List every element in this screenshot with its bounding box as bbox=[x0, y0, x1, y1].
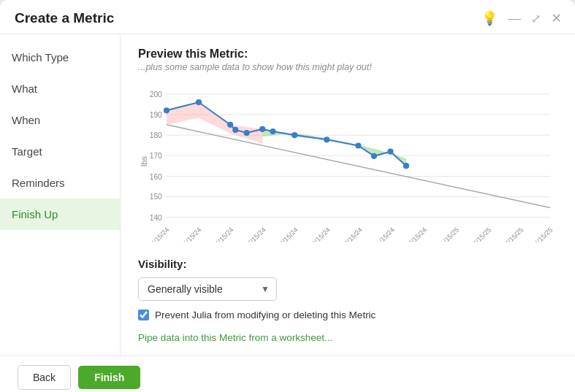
svg-text:170: 170 bbox=[150, 152, 162, 160]
x-label: 12/15/24 bbox=[405, 226, 428, 242]
sidebar: Which Type What When Target Reminders Fi… bbox=[0, 34, 121, 356]
main-content: Preview this Metric: ...plus some sample… bbox=[121, 34, 575, 356]
dialog-body: Which Type What When Target Reminders Fi… bbox=[0, 34, 575, 356]
x-label: 8/15/24 bbox=[278, 226, 300, 242]
sidebar-item-reminders[interactable]: Reminders bbox=[0, 167, 120, 199]
svg-text:190: 190 bbox=[150, 111, 162, 119]
sidebar-item-target[interactable]: Target bbox=[0, 136, 120, 167]
x-label: 4/15/24 bbox=[150, 226, 171, 242]
data-dot bbox=[164, 107, 170, 113]
visibility-select[interactable]: Generally visible Private Public bbox=[138, 277, 277, 301]
close-icon[interactable]: ✕ bbox=[551, 10, 562, 26]
x-label: 7/15/24 bbox=[246, 226, 267, 242]
data-dot bbox=[403, 163, 409, 169]
sidebar-item-which-type[interactable]: Which Type bbox=[0, 42, 120, 73]
svg-text:lbs: lbs bbox=[140, 155, 148, 166]
x-label: 9/15/24 bbox=[311, 226, 332, 242]
prevent-modify-checkbox[interactable] bbox=[138, 310, 149, 320]
x-label: 3/15/25 bbox=[503, 226, 525, 242]
prevent-modify-row: Prevent Julia from modifying or deleting… bbox=[138, 310, 557, 320]
sidebar-item-finish-up[interactable]: Finish Up bbox=[0, 199, 120, 230]
finish-button[interactable]: Finish bbox=[78, 366, 140, 389]
minimize-icon[interactable]: — bbox=[508, 11, 521, 26]
svg-text:180: 180 bbox=[150, 131, 162, 139]
data-dot bbox=[355, 142, 361, 148]
x-label: 4/15/25 bbox=[533, 226, 554, 242]
green-area bbox=[262, 129, 406, 166]
preview-subtitle: ...plus some sample data to show how thi… bbox=[138, 62, 557, 72]
svg-line-15 bbox=[167, 125, 550, 208]
restore-icon[interactable]: ⤢ bbox=[531, 12, 541, 26]
data-dot bbox=[387, 149, 393, 155]
pink-area bbox=[167, 102, 262, 143]
create-metric-dialog: Create a Metric 💡 — ⤢ ✕ Which Type What … bbox=[0, 0, 575, 392]
data-dot bbox=[270, 128, 275, 134]
metric-chart: lbs 200 190 180 170 160 150 bbox=[138, 81, 557, 242]
back-button[interactable]: Back bbox=[18, 365, 71, 390]
data-dot bbox=[227, 122, 233, 128]
data-dot bbox=[371, 153, 377, 159]
data-dot bbox=[232, 127, 238, 133]
dialog-title: Create a Metric bbox=[15, 10, 114, 26]
x-label: 11/15/24 bbox=[373, 226, 396, 242]
svg-text:150: 150 bbox=[150, 193, 162, 201]
bulb-icon[interactable]: 💡 bbox=[481, 10, 498, 26]
x-label: 1/15/25 bbox=[439, 226, 460, 242]
data-dot bbox=[324, 137, 330, 142]
sidebar-item-when[interactable]: When bbox=[0, 104, 120, 136]
dialog-footer: Back Finish bbox=[0, 356, 575, 392]
data-dot bbox=[292, 132, 297, 138]
x-label: 10/15/24 bbox=[340, 226, 363, 242]
header-actions: 💡 — ⤢ ✕ bbox=[481, 10, 562, 26]
visibility-label: Visibility: bbox=[138, 258, 557, 270]
sidebar-item-what[interactable]: What bbox=[0, 73, 120, 104]
visibility-select-wrapper: Generally visible Private Public ▼ bbox=[138, 277, 277, 301]
prevent-modify-label[interactable]: Prevent Julia from modifying or deleting… bbox=[155, 310, 376, 320]
data-dot bbox=[259, 126, 265, 132]
chart-container: lbs 200 190 180 170 160 150 bbox=[138, 81, 557, 245]
svg-text:160: 160 bbox=[150, 173, 162, 181]
preview-title: Preview this Metric: bbox=[138, 47, 557, 61]
x-label: 5/15/24 bbox=[182, 226, 203, 242]
dialog-header: Create a Metric 💡 — ⤢ ✕ bbox=[0, 0, 575, 34]
data-dot bbox=[196, 99, 202, 105]
svg-text:200: 200 bbox=[150, 91, 162, 99]
x-label: 2/15/25 bbox=[471, 226, 492, 242]
pipe-data-link[interactable]: Pipe data into this Metric from a worksh… bbox=[138, 332, 332, 343]
x-label: 6/15/24 bbox=[214, 226, 235, 242]
data-dot bbox=[244, 130, 250, 136]
svg-text:140: 140 bbox=[150, 214, 162, 222]
